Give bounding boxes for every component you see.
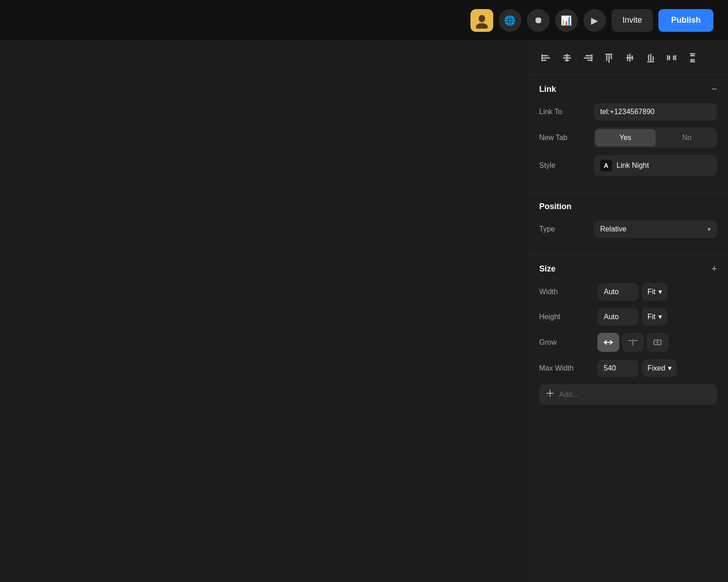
svg-rect-28 xyxy=(673,55,675,60)
position-type-row: Type Relative ▾ xyxy=(539,221,717,238)
position-type-chevron: ▾ xyxy=(708,226,711,233)
new-tab-row: New Tab Yes No xyxy=(539,128,717,148)
right-panel: Link − Link To New Tab Yes No Style xyxy=(528,41,728,582)
height-unit-dropdown[interactable]: Fit ▾ xyxy=(642,308,667,326)
style-name: Link Night xyxy=(617,161,649,170)
svg-rect-22 xyxy=(626,57,633,58)
position-section-header: Position xyxy=(539,202,717,211)
position-type-dropdown[interactable]: Relative ▾ xyxy=(594,221,717,238)
style-row: Style A Link Night xyxy=(539,155,717,176)
svg-rect-25 xyxy=(652,56,654,61)
grow-expand-button[interactable] xyxy=(597,333,619,352)
height-label: Height xyxy=(539,313,594,321)
svg-rect-11 xyxy=(586,55,592,56)
add-placeholder: Add... xyxy=(559,391,578,399)
svg-rect-6 xyxy=(541,54,542,61)
link-section: Link − Link To New Tab Yes No Style xyxy=(528,75,728,193)
position-section: Position Type Relative ▾ xyxy=(528,193,728,255)
canvas-area[interactable] xyxy=(0,41,528,582)
play-button[interactable]: ▶ xyxy=(583,9,606,32)
align-center-v-button[interactable] xyxy=(621,49,638,66)
svg-rect-33 xyxy=(690,53,695,54)
align-left-button[interactable] xyxy=(537,49,555,66)
add-row-icon xyxy=(546,389,555,400)
height-unit-chevron: ▾ xyxy=(658,312,662,321)
style-label: Style xyxy=(539,161,594,170)
width-unit-dropdown[interactable]: Fit ▾ xyxy=(642,283,667,301)
align-top-button[interactable] xyxy=(600,49,617,66)
svg-rect-13 xyxy=(587,60,592,61)
svg-rect-3 xyxy=(542,55,548,56)
new-tab-no-button[interactable]: No xyxy=(657,128,718,148)
svg-rect-5 xyxy=(542,60,546,61)
svg-rect-23 xyxy=(648,55,649,61)
grow-group xyxy=(597,333,668,352)
position-section-title: Position xyxy=(539,202,571,211)
align-center-h-button[interactable] xyxy=(558,49,576,66)
globe-button[interactable]: 🌐 xyxy=(499,9,521,32)
link-to-input[interactable] xyxy=(594,103,717,120)
width-unit-chevron: ▾ xyxy=(658,287,662,296)
link-to-label: Link To xyxy=(539,108,594,116)
height-unit-value: Fit xyxy=(647,313,656,321)
link-section-collapse[interactable]: − xyxy=(711,84,717,94)
size-section: Size + Width Fit ▾ Height Fit ▾ xyxy=(528,255,728,414)
svg-rect-12 xyxy=(584,57,592,59)
analytics-button[interactable]: 📊 xyxy=(555,9,578,32)
position-type-label: Type xyxy=(539,225,594,233)
svg-rect-16 xyxy=(608,55,610,63)
max-width-unit-value: Fixed xyxy=(647,364,665,372)
max-width-row: Max Width Fixed ▾ xyxy=(539,359,717,377)
width-unit-value: Fit xyxy=(647,288,656,296)
align-right-button[interactable] xyxy=(579,49,597,66)
link-section-title: Link xyxy=(539,85,556,94)
svg-rect-14 xyxy=(592,54,592,61)
svg-rect-27 xyxy=(668,55,670,60)
svg-rect-15 xyxy=(606,55,607,61)
grow-shrink-button[interactable] xyxy=(622,333,644,352)
style-selector[interactable]: A Link Night xyxy=(594,155,717,176)
size-section-add[interactable]: + xyxy=(711,264,717,274)
width-row: Width Fit ▾ xyxy=(539,283,717,301)
new-tab-label: New Tab xyxy=(539,134,594,142)
new-tab-yes-button[interactable]: Yes xyxy=(595,129,656,146)
height-input[interactable] xyxy=(597,308,638,326)
link-section-header: Link − xyxy=(539,84,717,94)
svg-rect-26 xyxy=(647,61,654,62)
position-type-value: Relative xyxy=(600,225,627,233)
max-width-unit-dropdown[interactable]: Fixed ▾ xyxy=(642,359,677,377)
link-to-row: Link To xyxy=(539,103,717,120)
width-input[interactable] xyxy=(597,283,638,301)
width-label: Width xyxy=(539,288,594,296)
grow-label: Grow xyxy=(539,338,594,346)
grow-fill-button[interactable] xyxy=(647,333,668,352)
svg-rect-29 xyxy=(667,55,668,60)
record-button[interactable]: ⏺ xyxy=(527,9,550,32)
svg-rect-31 xyxy=(690,55,695,56)
align-toolbar xyxy=(528,41,728,75)
max-width-unit-chevron: ▾ xyxy=(668,364,672,372)
grow-row: Grow xyxy=(539,333,717,352)
add-constraint-row[interactable]: Add... xyxy=(539,384,717,405)
size-section-header: Size + xyxy=(539,264,717,274)
size-section-title: Size xyxy=(539,264,556,274)
max-width-input[interactable] xyxy=(597,360,638,377)
topbar: 🌐 ⏺ 📊 ▶ Invite Publish xyxy=(0,0,728,41)
svg-rect-32 xyxy=(690,59,695,61)
svg-rect-34 xyxy=(690,61,695,62)
user-avatar[interactable] xyxy=(470,9,493,32)
main-content: Link − Link To New Tab Yes No Style xyxy=(0,41,728,582)
new-tab-toggle-group: Yes No xyxy=(594,128,717,148)
invite-button[interactable]: Invite xyxy=(612,9,653,32)
publish-button[interactable]: Publish xyxy=(658,9,713,32)
svg-rect-18 xyxy=(605,54,612,55)
height-row: Height Fit ▾ xyxy=(539,308,717,326)
align-bottom-button[interactable] xyxy=(642,49,659,66)
distribute-h-button[interactable] xyxy=(663,49,680,66)
distribute-v-button[interactable] xyxy=(684,49,701,66)
style-icon: A xyxy=(600,160,612,171)
max-width-label: Max Width xyxy=(539,364,594,372)
svg-rect-30 xyxy=(675,55,676,60)
svg-rect-4 xyxy=(542,57,550,59)
svg-rect-24 xyxy=(650,54,652,62)
